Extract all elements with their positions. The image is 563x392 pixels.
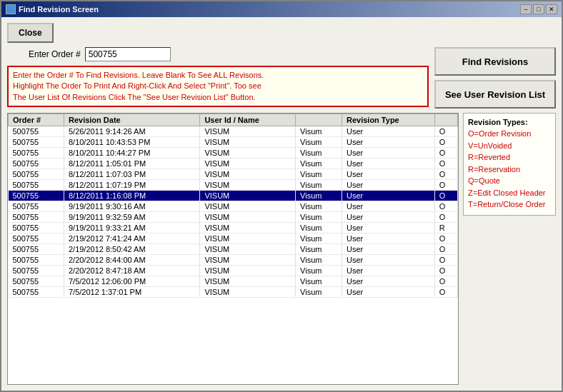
table-row[interactable]: 5007552/19/2012 7:41:24 AMVISUMVisumUser… — [9, 233, 458, 244]
legend-box: Revision Types: O=Order RevisionV=UnVoid… — [463, 113, 556, 216]
see-user-revision-button[interactable]: See User Revision List — [434, 80, 556, 109]
cell-date: 7/5/2012 1:37:01 PM — [64, 287, 199, 298]
cell-type: User — [342, 137, 434, 148]
find-revisions-button[interactable]: Find Revisions — [434, 47, 556, 76]
cell-rev: R — [434, 223, 457, 233]
table-row[interactable]: 5007557/5/2012 1:37:01 PMVISUMVisumUserO — [9, 287, 458, 298]
cell-rev: O — [434, 212, 457, 223]
cell-type: User — [342, 126, 434, 137]
order-label: Enter Order # — [29, 49, 81, 59]
cell-userid: VISUM — [200, 201, 296, 212]
table-row[interactable]: 5007558/10/2011 10:44:27 PMVISUMVisumUse… — [9, 148, 458, 159]
cell-type: User — [342, 266, 434, 276]
close-window-button[interactable]: ✕ — [546, 4, 557, 14]
cell-rev: O — [434, 287, 457, 298]
cell-rev: O — [434, 255, 457, 266]
cell-rev: O — [434, 266, 457, 276]
cell-order: 500755 — [9, 148, 64, 159]
table-row[interactable]: 5007558/12/2011 1:07:19 PMVISUMVisumUser… — [9, 180, 458, 191]
col-rev — [434, 114, 457, 126]
info-box: Enter the Order # To Find Revisions. Lea… — [7, 66, 429, 107]
close-button[interactable]: Close — [7, 23, 54, 43]
table-row[interactable]: 5007552/19/2012 8:50:42 AMVISUMVisumUser… — [9, 244, 458, 255]
cell-date: 8/12/2011 1:16:08 PM — [64, 191, 199, 201]
cell-order: 500755 — [9, 180, 64, 191]
cell-date: 9/19/2011 9:30:16 AM — [64, 201, 199, 212]
legend-item: V=UnVoided — [468, 140, 551, 152]
cell-order: 500755 — [9, 223, 64, 233]
cell-userid: VISUM — [200, 255, 296, 266]
cell-name: Visum — [296, 169, 342, 180]
cell-userid: VISUM — [200, 233, 296, 244]
table-row[interactable]: 5007555/26/2011 9:14:26 AMVISUMVisumUser… — [9, 126, 458, 137]
right-buttons: Find Revisions See User Revision List — [434, 47, 556, 109]
cell-type: User — [342, 223, 434, 233]
table-row[interactable]: 5007559/19/2011 9:30:16 AMVISUMVisumUser… — [9, 201, 458, 212]
cell-date: 2/19/2012 8:50:42 AM — [64, 244, 199, 255]
cell-rev: O — [434, 137, 457, 148]
table-row[interactable]: 5007558/12/2011 1:05:01 PMVISUMVisumUser… — [9, 159, 458, 169]
cell-date: 7/5/2012 12:06:00 PM — [64, 276, 199, 287]
cell-name: Visum — [296, 137, 342, 148]
table-row[interactable]: 5007558/12/2011 1:07:03 PMVISUMVisumUser… — [9, 169, 458, 180]
revisions-table: Order # Revision Date User Id / Name Rev… — [8, 114, 458, 298]
legend-item: O=Order Revision — [468, 128, 551, 140]
table-header-row: Order # Revision Date User Id / Name Rev… — [9, 114, 458, 126]
cell-date: 2/20/2012 8:44:00 AM — [64, 255, 199, 266]
cell-rev: O — [434, 148, 457, 159]
cell-type: User — [342, 180, 434, 191]
table-row[interactable]: 5007559/19/2011 9:33:21 AMVISUMVisumUser… — [9, 223, 458, 233]
cell-order: 500755 — [9, 191, 64, 201]
table-row[interactable]: 5007558/10/2011 10:43:53 PMVISUMVisumUse… — [9, 137, 458, 148]
cell-rev: O — [434, 159, 457, 169]
cell-userid: VISUM — [200, 244, 296, 255]
cell-rev: O — [434, 244, 457, 255]
cell-name: Visum — [296, 287, 342, 298]
cell-type: User — [342, 169, 434, 180]
cell-type: User — [342, 212, 434, 223]
cell-userid: VISUM — [200, 169, 296, 180]
cell-name: Visum — [296, 201, 342, 212]
cell-userid: VISUM — [200, 223, 296, 233]
order-input[interactable] — [85, 47, 171, 61]
cell-type: User — [342, 276, 434, 287]
minimize-button[interactable]: – — [520, 4, 532, 14]
cell-date: 2/19/2012 7:41:24 AM — [64, 233, 199, 244]
cell-order: 500755 — [9, 266, 64, 276]
cell-type: User — [342, 159, 434, 169]
maximize-button[interactable]: □ — [533, 4, 544, 14]
left-panel: Enter Order # Enter the Order # To Find … — [7, 47, 429, 107]
title-controls: – □ ✕ — [520, 4, 557, 14]
cell-date: 9/19/2011 9:33:21 AM — [64, 223, 199, 233]
cell-userid: VISUM — [200, 276, 296, 287]
cell-date: 5/26/2011 9:14:26 AM — [64, 126, 199, 137]
cell-order: 500755 — [9, 126, 64, 137]
cell-name: Visum — [296, 223, 342, 233]
cell-date: 8/10/2011 10:43:53 PM — [64, 137, 199, 148]
cell-name: Visum — [296, 233, 342, 244]
table-row[interactable]: 5007557/5/2012 12:06:00 PMVISUMVisumUser… — [9, 276, 458, 287]
cell-name: Visum — [296, 255, 342, 266]
window-title: Find Revision Screen — [19, 5, 99, 14]
cell-userid: VISUM — [200, 159, 296, 169]
table-row[interactable]: 5007559/19/2011 9:32:59 AMVISUMVisumUser… — [9, 212, 458, 223]
cell-type: User — [342, 191, 434, 201]
cell-userid: VISUM — [200, 137, 296, 148]
table-row[interactable]: 5007552/20/2012 8:44:00 AMVISUMVisumUser… — [9, 255, 458, 266]
top-section: Close — [7, 23, 556, 43]
table-row[interactable]: 5007552/20/2012 8:47:18 AMVISUMVisumUser… — [9, 266, 458, 276]
table-row[interactable]: 5007558/12/2011 1:16:08 PMVISUMVisumUser… — [9, 191, 458, 201]
cell-order: 500755 — [9, 255, 64, 266]
col-order: Order # — [9, 114, 64, 126]
cell-name: Visum — [296, 244, 342, 255]
cell-userid: VISUM — [200, 148, 296, 159]
cell-order: 500755 — [9, 201, 64, 212]
cell-rev: O — [434, 180, 457, 191]
table-wrapper[interactable]: Order # Revision Date User Id / Name Rev… — [7, 113, 459, 385]
cell-userid: VISUM — [200, 180, 296, 191]
cell-rev: O — [434, 233, 457, 244]
cell-date: 8/12/2011 1:07:03 PM — [64, 169, 199, 180]
cell-type: User — [342, 287, 434, 298]
title-bar: Find Revision Screen – □ ✕ — [1, 1, 562, 17]
cell-name: Visum — [296, 126, 342, 137]
